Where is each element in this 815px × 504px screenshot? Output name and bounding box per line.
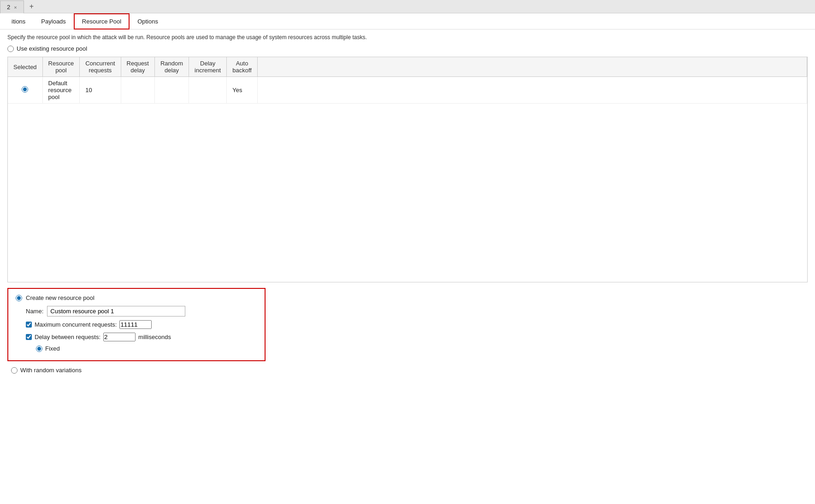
tab-resource-pool[interactable]: Resource Pool [74, 13, 130, 29]
nav-tabs: itions Payloads Resource Pool Options [0, 13, 815, 29]
delay-input[interactable] [103, 333, 136, 341]
col-resource-pool: Resource pool [42, 57, 80, 77]
col-auto-backoff: Auto backoff [227, 57, 258, 77]
create-pool-box: Create new resource pool Name: Maximum c… [7, 288, 266, 361]
tab-itions[interactable]: itions [4, 14, 33, 29]
max-concurrent-input[interactable] [119, 320, 152, 329]
max-concurrent-row: Maximum concurrent requests: [16, 320, 257, 329]
row-random-delay-cell [154, 77, 189, 104]
pool-select-radio[interactable] [22, 86, 28, 93]
row-delay-increment-cell [189, 77, 227, 104]
create-new-pool-radio[interactable] [16, 295, 22, 301]
fixed-row: Fixed [16, 345, 257, 352]
random-variations-row: With random variations [7, 367, 808, 374]
tab-label: 2 [7, 4, 10, 11]
resource-pool-table: Selected Resource pool Concurrent reques… [8, 57, 807, 104]
random-variations-radio[interactable] [11, 367, 18, 374]
delay-row: Delay between requests: milliseconds [16, 333, 257, 341]
main-content: Specify the resource pool in which the a… [0, 29, 815, 378]
browser-tab-2[interactable]: 2 × [0, 0, 24, 13]
tab-payloads[interactable]: Payloads [33, 14, 73, 29]
col-delay-increment: Delay increment [189, 57, 227, 77]
random-variations-label: With random variations [20, 367, 82, 374]
window: 2 × + itions Payloads Resource Pool Opti… [0, 0, 815, 504]
row-extra-cell [257, 77, 807, 104]
create-pool-label: Create new resource pool [26, 294, 94, 301]
create-pool-header: Create new resource pool [16, 294, 257, 301]
row-selected-cell[interactable] [8, 77, 42, 104]
table-row: Default resource pool 10 Yes [8, 77, 807, 104]
delay-label: Delay between requests: [35, 334, 100, 340]
use-existing-label: Use existing resource pool [17, 45, 87, 52]
name-label: Name: [26, 308, 43, 315]
resource-pool-table-container: Selected Resource pool Concurrent reques… [7, 57, 808, 282]
tab-close-icon[interactable]: × [14, 5, 17, 10]
name-input[interactable] [47, 306, 185, 316]
name-row: Name: [16, 306, 257, 316]
max-concurrent-label: Maximum concurrent requests: [35, 321, 117, 328]
col-extra [257, 57, 807, 77]
row-request-delay-cell [121, 77, 154, 104]
row-auto-backoff-cell: Yes [227, 77, 258, 104]
col-concurrent-requests: Concurrent requests [80, 57, 121, 77]
use-existing-radio[interactable] [7, 46, 14, 52]
add-tab-button[interactable]: + [25, 0, 38, 12]
col-selected: Selected [8, 57, 42, 77]
use-existing-row: Use existing resource pool [7, 45, 808, 52]
delay-unit: milliseconds [138, 334, 171, 340]
col-request-delay: Request delay [121, 57, 154, 77]
delay-checkbox[interactable] [26, 334, 32, 340]
max-concurrent-checkbox[interactable] [26, 322, 32, 328]
tab-bar: 2 × + [0, 0, 815, 13]
fixed-label: Fixed [45, 345, 60, 352]
row-concurrent-cell: 10 [80, 77, 121, 104]
fixed-radio[interactable] [36, 346, 42, 352]
tab-options[interactable]: Options [130, 14, 166, 29]
row-resource-pool-cell: Default resource pool [42, 77, 80, 104]
description-text: Specify the resource pool in which the a… [7, 34, 808, 41]
col-random-delay: Random delay [154, 57, 189, 77]
